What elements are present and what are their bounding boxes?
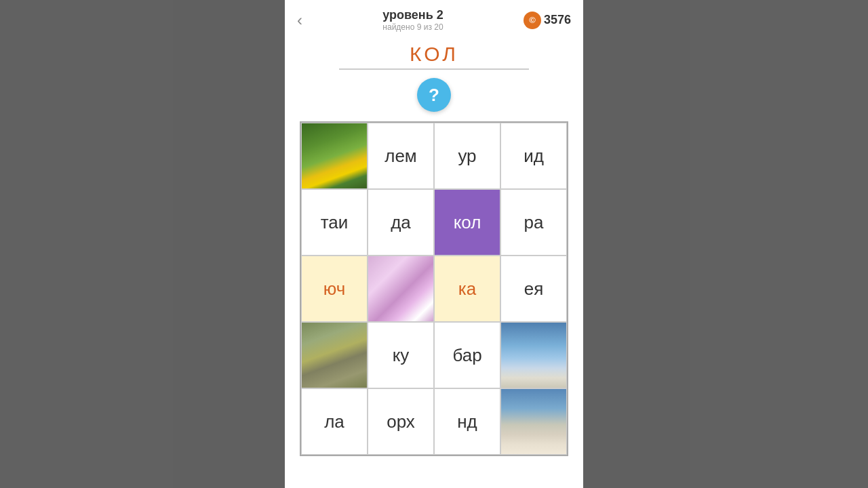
dandelion-image bbox=[302, 123, 367, 188]
word-display: КОЛ bbox=[339, 43, 529, 70]
grid-cell-18[interactable]: нд bbox=[434, 388, 500, 455]
cell-text-18: нд bbox=[457, 411, 477, 432]
grid-cell-15[interactable] bbox=[500, 322, 567, 388]
cell-text-13: ку bbox=[393, 345, 410, 366]
header-center: уровень 2 найдено 9 из 20 bbox=[382, 8, 443, 32]
back-button[interactable]: ‹ bbox=[297, 11, 302, 30]
grid-cell-19[interactable] bbox=[500, 388, 567, 455]
cell-text-2: ур bbox=[458, 146, 476, 167]
grid-cell-9[interactable] bbox=[368, 256, 434, 322]
hint-button[interactable]: ? bbox=[417, 78, 451, 112]
game-grid: лемуридтаидаколраючкаеякубарлаорхнд bbox=[300, 121, 568, 456]
coins-display: © 3576 bbox=[524, 12, 571, 29]
coin-icon: © bbox=[524, 12, 541, 29]
cell-text-1: лем bbox=[384, 146, 417, 167]
grid-cell-17[interactable]: орх bbox=[368, 388, 434, 455]
grid-cell-4[interactable]: таи bbox=[301, 189, 368, 256]
lemur-image bbox=[302, 323, 367, 388]
coin-value: 3576 bbox=[544, 13, 571, 27]
cell-text-14: бар bbox=[452, 345, 481, 366]
cell-text-7: ра bbox=[524, 212, 544, 233]
phone-screen: ‹ уровень 2 найдено 9 из 20 © 3576 КОЛ ?… bbox=[285, 0, 583, 488]
grid-cell-1[interactable]: лем bbox=[368, 123, 434, 189]
grid-cell-6[interactable]: кол bbox=[434, 189, 500, 256]
grid-cell-0[interactable] bbox=[301, 123, 368, 189]
found-text: найдено 9 из 20 bbox=[382, 22, 443, 32]
grid-cell-12[interactable] bbox=[301, 322, 368, 388]
grid-cell-14[interactable]: бар bbox=[434, 322, 500, 388]
current-word: КОЛ bbox=[339, 43, 529, 66]
cell-text-8: юч bbox=[323, 279, 345, 300]
grid-cell-10[interactable]: ка bbox=[434, 256, 500, 322]
statue-image bbox=[501, 389, 566, 454]
grid-cell-7[interactable]: ра bbox=[500, 189, 567, 256]
grid-cell-13[interactable]: ку bbox=[368, 322, 434, 388]
header: ‹ уровень 2 найдено 9 из 20 © 3576 bbox=[285, 0, 583, 36]
cell-text-17: орх bbox=[387, 411, 415, 432]
cell-text-4: таи bbox=[321, 212, 349, 233]
cell-text-5: да bbox=[391, 212, 411, 233]
grid-cell-11[interactable]: ея bbox=[500, 256, 567, 322]
cell-text-3: ид bbox=[524, 146, 544, 167]
orchid-image bbox=[368, 256, 433, 321]
grid-cell-16[interactable]: ла bbox=[301, 388, 368, 455]
grid-cell-8[interactable]: юч bbox=[301, 256, 368, 322]
cell-text-11: ея bbox=[524, 279, 544, 300]
overlay-right bbox=[583, 0, 868, 488]
level-title: уровень 2 bbox=[382, 8, 443, 22]
cell-text-16: ла bbox=[324, 411, 344, 432]
grid-cell-2[interactable]: ур bbox=[434, 123, 500, 189]
blue-scene-image bbox=[501, 323, 566, 388]
grid-cell-3[interactable]: ид bbox=[500, 123, 567, 189]
overlay-left bbox=[0, 0, 285, 488]
cell-text-6: кол bbox=[454, 212, 481, 233]
cell-text-10: ка bbox=[458, 279, 476, 300]
grid-cell-5[interactable]: да bbox=[368, 189, 434, 256]
